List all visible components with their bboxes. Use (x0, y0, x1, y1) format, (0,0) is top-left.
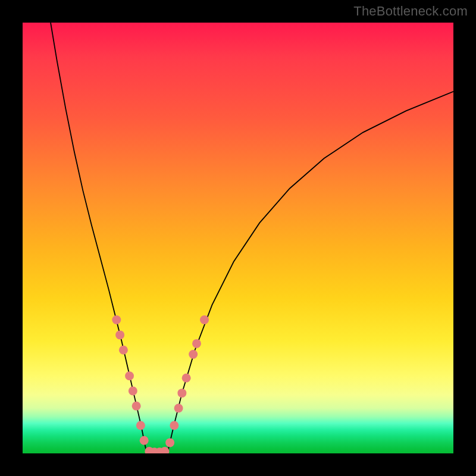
marker-point (119, 346, 128, 355)
marker-point (125, 371, 134, 380)
marker-point (192, 339, 201, 348)
highlight-markers (112, 315, 209, 453)
marker-point (189, 350, 198, 359)
marker-point (200, 315, 209, 324)
marker-point (177, 389, 186, 397)
chart-frame: TheBottleneck.com (0, 0, 476, 476)
bottleneck-curve (51, 23, 453, 453)
curve-layer (23, 23, 453, 453)
marker-point (165, 438, 174, 447)
marker-point (129, 387, 137, 396)
marker-point (160, 447, 169, 453)
marker-point (136, 421, 145, 430)
marker-point (140, 436, 149, 445)
watermark-text: TheBottleneck.com (353, 4, 468, 19)
marker-point (112, 315, 121, 324)
plot-area (23, 23, 453, 453)
marker-point (174, 403, 183, 412)
marker-point (182, 374, 191, 383)
marker-point (115, 330, 124, 339)
marker-point (170, 421, 178, 430)
marker-point (132, 402, 141, 411)
